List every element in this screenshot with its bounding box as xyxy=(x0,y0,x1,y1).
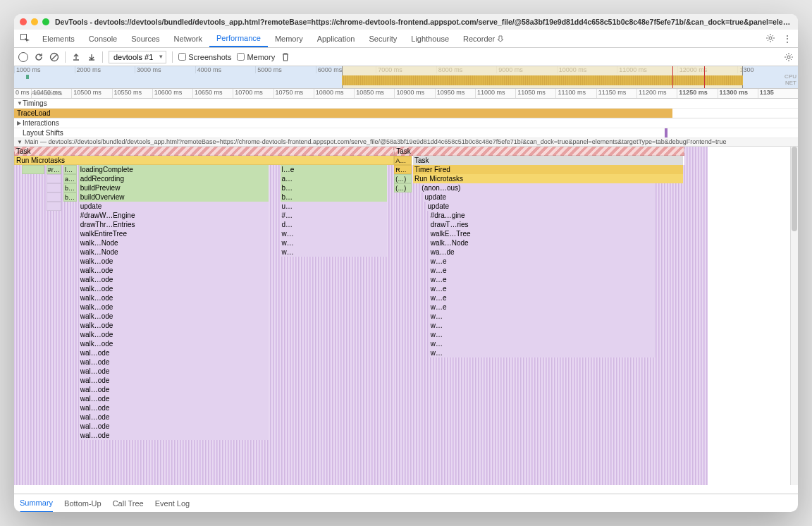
profile-select[interactable]: devtools #1 xyxy=(109,51,166,63)
flame-cell[interactable]: update xyxy=(423,192,655,202)
flame-cell[interactable]: w…e xyxy=(429,284,656,293)
interactions-track[interactable]: ▶Interactions xyxy=(14,118,798,128)
overview-timeline[interactable]: 1000 ms2000 ms3000 ms4000 ms5000 ms6000 … xyxy=(14,66,798,89)
flame-cell[interactable]: walk…Node xyxy=(429,238,656,247)
flame-cell[interactable]: w… xyxy=(429,330,656,339)
maximize-icon[interactable] xyxy=(42,18,49,25)
flame-cell[interactable]: walk…Node xyxy=(79,247,269,257)
flame-cell[interactable]: wal…ode xyxy=(79,367,269,376)
flame-cell[interactable]: w…e xyxy=(429,302,656,312)
flame-cell[interactable]: w…e xyxy=(429,266,656,275)
flame-cell[interactable]: wal…ode xyxy=(79,403,269,412)
traceload-bar[interactable]: TraceLoad xyxy=(14,109,798,118)
flame-cell[interactable]: w… xyxy=(281,229,387,238)
more-icon[interactable]: ⋮ xyxy=(780,33,795,44)
flame-cell[interactable]: a… xyxy=(281,174,387,183)
flame-cell[interactable]: drawThr…Entries xyxy=(79,220,269,229)
flame-cell[interactable]: walk…ode xyxy=(79,284,269,293)
scrollbar-thumb[interactable] xyxy=(792,147,797,231)
reload-icon[interactable] xyxy=(34,52,44,62)
flame-cell[interactable]: b… xyxy=(281,183,387,192)
tab-application[interactable]: Application xyxy=(310,31,362,47)
flame-cell[interactable]: wal…ode xyxy=(79,412,269,422)
memory-checkbox[interactable]: Memory xyxy=(237,53,275,61)
flame-cell[interactable]: w…e xyxy=(429,275,656,284)
tab-lighthouse[interactable]: Lighthouse xyxy=(404,31,456,47)
flame-cell[interactable] xyxy=(47,202,62,211)
flame-cell[interactable]: Task xyxy=(413,156,683,165)
tab-elements[interactable]: Elements xyxy=(35,31,82,47)
flame-cell[interactable]: walk…ode xyxy=(79,293,269,302)
flame-chart[interactable]: Task Run Microtasks #r…s l…ea…b…b… loadi… xyxy=(14,147,798,485)
flame-cell[interactable]: walk…ode xyxy=(79,321,269,330)
flame-cell[interactable]: buildPreview xyxy=(79,183,269,192)
flame-cell[interactable]: #drawW…Engine xyxy=(79,211,269,220)
btab-bottom-up[interactable]: Bottom-Up xyxy=(64,495,102,512)
tab-security[interactable]: Security xyxy=(362,31,404,47)
scrollbar[interactable] xyxy=(790,147,798,485)
flame-cell[interactable]: walk…Node xyxy=(79,238,269,247)
close-icon[interactable] xyxy=(20,18,27,25)
flame-cell[interactable] xyxy=(47,174,62,183)
timings-track[interactable]: ▼Timings xyxy=(14,99,798,109)
flame-cell[interactable] xyxy=(22,165,44,174)
flame-cell[interactable]: l…e xyxy=(281,165,387,174)
inspect-icon[interactable] xyxy=(20,33,31,44)
flame-cell[interactable]: wal…ode xyxy=(79,394,269,403)
clear-icon[interactable] xyxy=(49,52,59,62)
flame-cell[interactable]: w… xyxy=(429,348,656,357)
flame-cell[interactable]: walk…ode xyxy=(79,339,269,348)
btab-summary[interactable]: Summary xyxy=(20,494,53,513)
flame-cell[interactable]: wal…ode xyxy=(79,431,269,440)
flame-cell[interactable] xyxy=(47,192,62,202)
settings-icon[interactable] xyxy=(765,33,775,44)
tab-recorder[interactable]: Recorder xyxy=(456,31,511,47)
flame-cell[interactable]: l…e xyxy=(63,165,77,174)
download-icon[interactable] xyxy=(87,52,97,62)
flame-cell[interactable]: wal…ode xyxy=(79,357,269,367)
gear-icon[interactable] xyxy=(784,52,794,62)
flame-cell[interactable]: (…) xyxy=(394,183,412,192)
btab-call-tree[interactable]: Call Tree xyxy=(113,495,144,512)
record-icon[interactable] xyxy=(18,52,28,62)
flame-cell[interactable]: walk…ode xyxy=(79,257,269,266)
flame-cell[interactable]: w… xyxy=(429,312,656,321)
flame-cell[interactable]: walk…ode xyxy=(79,330,269,339)
flame-cell[interactable]: update xyxy=(79,202,269,211)
flame-cell[interactable]: #r…s xyxy=(47,165,62,174)
flame-cell[interactable]: wa…de xyxy=(429,247,656,257)
flame-cell[interactable]: wal…ode xyxy=(79,348,269,357)
flame-cell[interactable]: wal…ode xyxy=(79,385,269,394)
flame-cell[interactable]: b… xyxy=(281,192,387,202)
flame-cell[interactable]: wal…ode xyxy=(79,376,269,385)
flame-cell[interactable]: walkEntireTree xyxy=(79,229,269,238)
flame-cell[interactable]: w… xyxy=(281,247,387,257)
flame-cell[interactable]: b… xyxy=(63,183,77,192)
flame-cell[interactable]: w… xyxy=(429,321,656,330)
detail-ruler[interactable]: 0 ms 10450 ms10500 ms10550 ms10600 ms106… xyxy=(14,89,798,99)
screenshots-checkbox[interactable]: Screenshots xyxy=(178,53,231,61)
flame-cell[interactable]: b… xyxy=(63,192,77,202)
flame-cell[interactable]: w… xyxy=(429,339,656,348)
flame-cell[interactable]: walk…ode xyxy=(79,266,269,275)
layout-shifts-track[interactable]: Layout Shifts xyxy=(14,128,798,138)
tab-memory[interactable]: Memory xyxy=(268,31,310,47)
flame-cell[interactable]: #dra…gine xyxy=(429,211,656,220)
task-row[interactable]: Task xyxy=(14,147,394,156)
flame-cell[interactable]: walk…ode xyxy=(79,302,269,312)
flame-cell[interactable]: #… xyxy=(281,211,387,220)
btab-event-log[interactable]: Event Log xyxy=(155,495,190,512)
trash-icon[interactable] xyxy=(281,52,290,62)
flame-cell[interactable]: (anon…ous) xyxy=(420,183,655,192)
flame-cell[interactable]: w… xyxy=(281,238,387,247)
flame-cell[interactable]: Run Microtasks xyxy=(413,174,683,183)
tab-sources[interactable]: Sources xyxy=(124,31,166,47)
flame-cell[interactable]: (…) xyxy=(394,174,412,183)
main-thread-header[interactable]: ▼Main — devtools://devtools/bundled/devt… xyxy=(14,138,798,147)
flame-cell[interactable]: u… xyxy=(281,202,387,211)
flame-cell[interactable]: walk…ode xyxy=(79,312,269,321)
flame-cell[interactable]: walk…ode xyxy=(79,275,269,284)
flame-cell[interactable]: w…e xyxy=(429,257,656,266)
flame-cell[interactable]: addRecording xyxy=(79,174,269,183)
minimize-icon[interactable] xyxy=(31,18,38,25)
